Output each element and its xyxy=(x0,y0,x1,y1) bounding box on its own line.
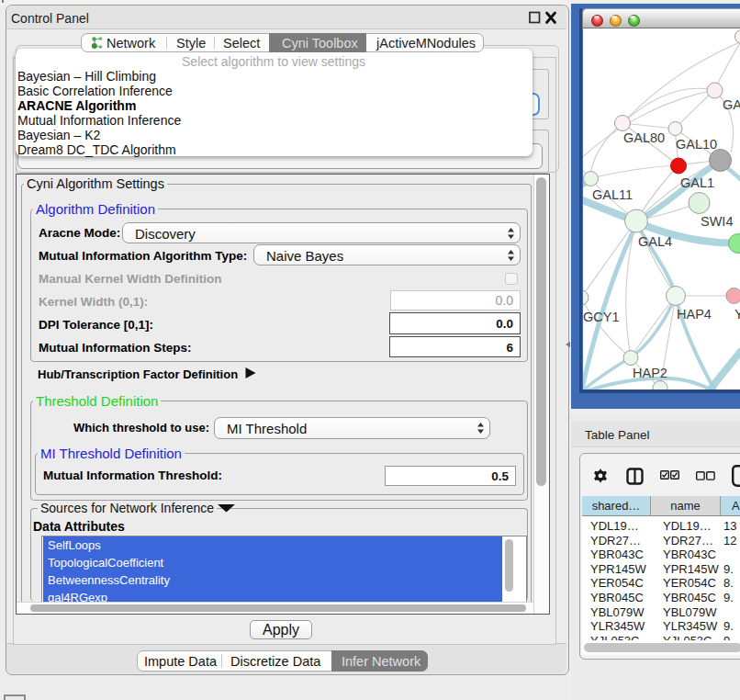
svg-text:GAL11: GAL11 xyxy=(592,187,633,202)
svg-text:GAL4: GAL4 xyxy=(638,234,672,249)
svg-text:GAL1: GAL1 xyxy=(680,175,714,190)
svg-text:GAL80: GAL80 xyxy=(623,130,665,145)
svg-text:HAP4: HAP4 xyxy=(677,307,712,322)
svg-text:SWI4: SWI4 xyxy=(701,214,733,229)
svg-text:Y: Y xyxy=(734,307,740,322)
svg-text:GAL10: GAL10 xyxy=(676,137,717,152)
svg-text:GCY1: GCY1 xyxy=(583,310,620,324)
svg-text:HAP2: HAP2 xyxy=(633,366,667,380)
svg-text:GAL: GAL xyxy=(723,97,740,112)
